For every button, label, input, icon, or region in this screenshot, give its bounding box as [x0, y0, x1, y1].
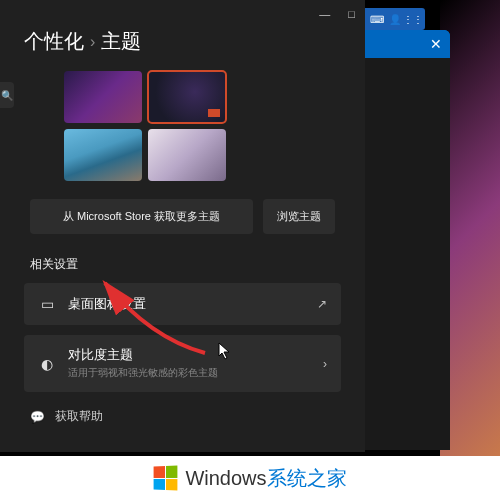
- help-label: 获取帮助: [55, 408, 103, 425]
- store-row: 从 Microsoft Store 获取更多主题 浏览主题: [30, 199, 335, 234]
- chevron-right-icon: ›: [90, 33, 95, 51]
- background-app-window: ✕: [350, 30, 450, 450]
- minimize-button[interactable]: —: [319, 8, 330, 20]
- desktop-icon-settings-item[interactable]: ▭ 桌面图标设置 ↗: [24, 283, 341, 325]
- chevron-right-icon: ›: [323, 357, 327, 371]
- theme-thumbnail[interactable]: [64, 71, 142, 123]
- open-external-icon: ↗: [317, 297, 327, 311]
- setting-title: 对比度主题: [68, 347, 311, 364]
- themes-grid: [64, 71, 365, 181]
- breadcrumb-current: 主题: [101, 28, 141, 55]
- setting-subtitle: 适用于弱视和强光敏感的彩色主题: [68, 366, 311, 380]
- breadcrumb-parent[interactable]: 个性化: [24, 28, 84, 55]
- close-icon[interactable]: ✕: [430, 36, 442, 52]
- setting-text: 对比度主题 适用于弱视和强光敏感的彩色主题: [68, 347, 311, 380]
- setting-text: 桌面图标设置: [68, 296, 305, 313]
- browse-themes-button[interactable]: 浏览主题: [263, 199, 335, 234]
- watermark-text: Windows系统之家: [185, 465, 346, 492]
- search-input[interactable]: 🔍: [0, 82, 14, 108]
- windows-logo-icon: [154, 465, 178, 490]
- settings-window: — □ 个性化 › 主题 🔍 从 Microsoft Store 获取更多主题 …: [0, 0, 365, 452]
- get-more-themes-button[interactable]: 从 Microsoft Store 获取更多主题: [30, 199, 253, 234]
- theme-thumbnail[interactable]: [148, 129, 226, 181]
- ime-menu-icon[interactable]: ⋮⋮: [405, 11, 421, 27]
- contrast-icon: ◐: [38, 355, 56, 373]
- setting-title: 桌面图标设置: [68, 296, 305, 313]
- monitor-icon: ▭: [38, 295, 56, 313]
- background-app-titlebar: ✕: [350, 30, 450, 58]
- contrast-themes-item[interactable]: ◐ 对比度主题 适用于弱视和强光敏感的彩色主题 ›: [24, 335, 341, 392]
- help-icon: 💬: [30, 410, 45, 424]
- maximize-button[interactable]: □: [348, 8, 355, 20]
- ime-keyboard-icon[interactable]: ⌨: [370, 11, 384, 27]
- breadcrumb: 个性化 › 主题: [0, 0, 365, 55]
- get-help-link[interactable]: 💬 获取帮助: [30, 408, 365, 425]
- search-icon: 🔍: [1, 90, 13, 101]
- mouse-cursor-icon: [218, 342, 232, 363]
- theme-thumbnail[interactable]: [64, 129, 142, 181]
- related-settings-heading: 相关设置: [30, 256, 365, 273]
- watermark-bar: Windows系统之家: [0, 456, 500, 500]
- window-controls: — □: [319, 8, 355, 20]
- background-app-body: [350, 58, 450, 450]
- theme-thumbnail-selected[interactable]: [148, 71, 226, 123]
- ime-user-icon[interactable]: 👤: [388, 11, 401, 27]
